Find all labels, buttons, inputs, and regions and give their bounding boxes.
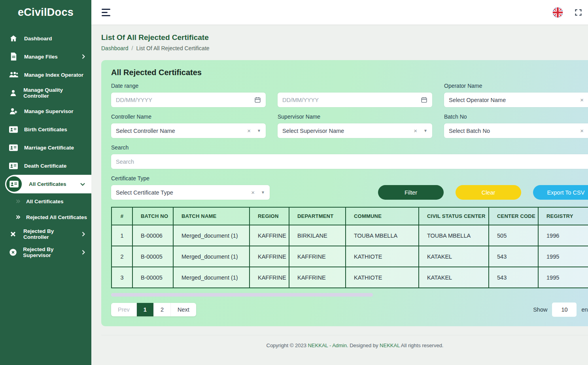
date-to-input[interactable]: DD/MM/YYYY <box>278 93 432 107</box>
chevron-down-icon <box>80 183 85 186</box>
sidebar-subitem-all-certificates[interactable]: All Certificates <box>0 193 91 209</box>
horizontal-scrollbar[interactable] <box>111 293 373 297</box>
supervisor-name-select[interactable]: Select Supervisor Name × ▼ <box>278 123 432 138</box>
next-page-button[interactable]: Next <box>171 303 196 316</box>
x-circle-icon <box>9 248 17 256</box>
clear-icon[interactable]: × <box>247 127 251 134</box>
sidebar-item-label: Birth Certificates <box>24 127 67 132</box>
batch-no-select[interactable]: Select Batch No × ▼ <box>444 123 588 138</box>
sidebar-item-death-certificate[interactable]: Death Certificate <box>0 157 91 175</box>
cell-commune: KATHIOTE <box>346 246 419 267</box>
sidebar-item-manage-quality-controller[interactable]: Manage Quality Controller <box>0 84 91 102</box>
date-to-label <box>278 83 432 89</box>
entries-count-input[interactable] <box>552 303 577 317</box>
footer-designed-text: Designed by <box>348 342 380 348</box>
file-icon <box>9 53 18 61</box>
cell-region: KAFFRINE <box>250 246 289 267</box>
page-2-button[interactable]: 2 <box>154 303 171 316</box>
sidebar-item-all-certificates[interactable]: All Certificates <box>6 175 91 193</box>
user-plus-icon <box>9 108 18 115</box>
col-header-commune: COMMUNE <box>346 207 419 225</box>
cell-batch-name: Merged_document (1) <box>173 225 250 246</box>
footer-copyright-text: Copyright © 2023 <box>267 342 308 348</box>
caret-down-icon: ▼ <box>424 129 427 133</box>
home-icon <box>9 34 18 42</box>
sidebar-item-manage-files[interactable]: Manage Files <box>0 47 91 66</box>
clear-icon[interactable]: × <box>414 127 417 134</box>
calendar-icon[interactable] <box>421 96 427 103</box>
batch-no-field: Batch No Select Batch No × ▼ <box>444 113 588 138</box>
page-head: List Of All Rejected Certificate Dashboa… <box>101 33 588 51</box>
id-card-icon <box>5 175 23 193</box>
action-buttons: Filter Clear Export To CSV <box>282 185 588 200</box>
cell-civil-status-center: KATAKEL <box>419 267 489 288</box>
sidebar-item-rejected-by-controller[interactable]: Rejected By Controller <box>0 225 91 243</box>
cell-registry: 1995 <box>538 246 588 267</box>
language-flag-icon[interactable] <box>552 7 563 18</box>
clear-icon[interactable]: × <box>580 96 584 103</box>
sidebar-item-manage-supervisor[interactable]: Manage Supervisor <box>0 102 91 120</box>
clear-icon[interactable]: × <box>580 127 584 134</box>
table-container: # BATCH NO BATCH NAME REGION DEPARTMENT … <box>111 207 588 288</box>
cell-index: 3 <box>112 267 132 288</box>
certificate-type-field: Certificate Type Select Certificate Type… <box>111 175 270 200</box>
cell-center-code: 543 <box>489 246 538 267</box>
prev-page-button[interactable]: Prev <box>111 303 137 316</box>
chevron-right-icon <box>82 54 85 59</box>
operator-name-field: Operator Name Select Operator Name × ▼ <box>444 83 588 107</box>
sidebar-item-birth-certificates[interactable]: Birth Certificates <box>0 120 91 138</box>
sidebar-item-label: Dashboard <box>24 36 52 42</box>
col-header-registry: REGISTRY <box>538 207 588 225</box>
cell-commune: TOUBA MBELLA <box>346 225 419 246</box>
show-entries: Show entries <box>533 303 588 317</box>
date-from-input[interactable]: DD/MM/YYYY <box>111 93 266 107</box>
certificate-type-label: Certificate Type <box>111 175 270 182</box>
cell-registry: 1996 <box>538 225 588 246</box>
fullscreen-icon[interactable] <box>574 8 582 17</box>
sidebar-item-label: Manage Quality Controller <box>23 87 85 99</box>
clear-icon[interactable]: × <box>251 189 255 196</box>
export-csv-button[interactable]: Export To CSV <box>533 185 588 200</box>
sidebar-item-label: Manage Index Operator <box>24 72 83 78</box>
cell-civil-status-center: KATAKEL <box>419 246 489 267</box>
col-header-batch-name: BATCH NAME <box>173 207 250 225</box>
date-to-placeholder: DD/MM/YYYY <box>282 97 319 103</box>
certificate-type-select[interactable]: Select Certificate Type × ▼ <box>111 185 270 200</box>
clear-button[interactable]: Clear <box>456 185 521 200</box>
date-from-placeholder: DD/MM/YYYY <box>116 97 152 103</box>
sidebar-item-rejected-by-supervisor[interactable]: Rejected By Supervisor <box>0 243 91 261</box>
sidebar-item-marriage-certificate[interactable]: Marriage Certificate <box>0 138 91 157</box>
operator-name-value: Select Operator Name <box>449 97 580 103</box>
footer-admin-link[interactable]: NEKKAL - Admin. <box>308 342 348 348</box>
sidebar-subitem-rejected-all-certificates[interactable]: Rejected All Certificates <box>0 209 91 225</box>
sidebar-item-dashboard[interactable]: Dashboard <box>0 29 91 47</box>
cell-registry: 1995 <box>538 267 588 288</box>
pagination: Prev 1 2 Next <box>111 303 196 316</box>
col-header-civil-status-center: CIVIL STATUS CENTER <box>419 207 489 225</box>
page-title: List Of All Rejected Certificate <box>101 33 588 42</box>
date-to-field: DD/MM/YYYY <box>278 83 432 107</box>
page-1-button[interactable]: 1 <box>137 303 154 316</box>
footer: Copyright © 2023 NEKKAL - Admin. Designe… <box>101 335 588 354</box>
filter-row-1: Date range DD/MM/YYYY DD/MM/YYYY <box>111 83 588 107</box>
col-header-department: DEPARTMENT <box>289 207 346 225</box>
topbar <box>91 0 588 25</box>
controller-name-select[interactable]: Select Controller Name × ▼ <box>111 123 266 138</box>
cell-center-code: 505 <box>489 225 538 246</box>
calendar-icon[interactable] <box>254 96 261 103</box>
operator-name-select[interactable]: Select Operator Name × ▼ <box>444 93 588 107</box>
filter-button[interactable]: Filter <box>378 185 444 200</box>
breadcrumb-dashboard-link[interactable]: Dashboard <box>101 45 129 51</box>
sidebar-item-label: Manage Supervisor <box>24 108 74 114</box>
table-row: 1 B-00006 Merged_document (1) KAFFRINE B… <box>112 225 588 246</box>
certificate-type-value: Select Certificate Type <box>116 189 251 196</box>
footer-nekkal-link[interactable]: NEKKAL <box>380 342 400 348</box>
hamburger-menu-icon[interactable] <box>102 9 110 16</box>
cell-batch-name: Merged_document (1) <box>173 246 250 267</box>
col-header-center-code: CENTER CODE <box>489 207 538 225</box>
search-input[interactable] <box>111 154 588 169</box>
cell-region: KAFFRINE <box>250 267 289 288</box>
sidebar-nav: Dashboard Manage Files Manage Index Oper… <box>0 25 91 261</box>
date-range-label: Date range <box>111 83 266 89</box>
sidebar-item-manage-index-operator[interactable]: Manage Index Operator <box>0 66 91 84</box>
